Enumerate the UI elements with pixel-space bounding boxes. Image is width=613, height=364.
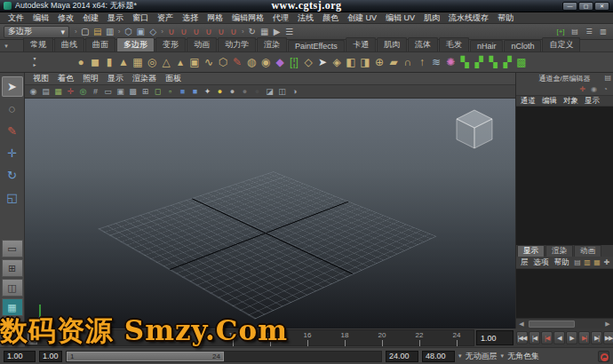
paint-effects-glow-icon[interactable]: ✺ — [443, 54, 458, 71]
play-backward-button[interactable]: ◀ — [553, 331, 565, 344]
append-polygon-icon[interactable]: ◇ — [301, 54, 315, 71]
layer-editor-tab[interactable]: 动画 — [574, 245, 601, 257]
shelf-tab[interactable]: 变形 — [155, 37, 186, 51]
shelf-tab[interactable]: PaintEffects — [288, 40, 345, 51]
shelf-options-icon[interactable]: ▾ — [33, 56, 36, 62]
menu-item[interactable]: 颜色 — [318, 12, 343, 24]
uv-layout-icon[interactable]: ▞ — [500, 54, 514, 71]
render-view-icon[interactable]: ▦ — [259, 25, 271, 38]
go-to-start-button[interactable]: |◀◀ — [516, 331, 528, 344]
layer-editor-menu-item[interactable]: 帮助 — [552, 257, 572, 268]
wireframe-mode-icon[interactable]: ■ — [177, 86, 188, 98]
current-time-field[interactable]: 1.00 — [476, 330, 513, 345]
chevron-down-icon[interactable]: ▾ — [501, 352, 505, 360]
step-back-key-button[interactable]: |◀ — [541, 331, 553, 344]
group-divider-icon[interactable]: › — [240, 28, 246, 36]
shelf-tab[interactable]: 多边形 — [116, 37, 155, 51]
poly-pipe-icon[interactable]: ▣ — [187, 54, 202, 71]
bookmark-icon[interactable]: ▦ — [52, 86, 64, 98]
menu-item[interactable]: 编辑 — [28, 12, 53, 24]
layer-editor-tab[interactable]: 显示 — [517, 245, 545, 257]
boolean-union-icon[interactable]: ⊕ — [372, 54, 386, 71]
menu-item[interactable]: 显示 — [103, 12, 128, 24]
make-live-icon[interactable]: ∪ — [227, 25, 240, 38]
channel-box-menu-item[interactable]: 编辑 — [539, 96, 560, 107]
select-cursor-icon[interactable]: ➤ — [315, 54, 330, 71]
construction-history-icon[interactable]: ↻ — [246, 25, 259, 38]
uv-editor-icon[interactable]: ▩ — [514, 54, 529, 71]
shelf-tab[interactable]: 肌肉 — [377, 37, 407, 51]
bevel-icon[interactable]: ▰ — [386, 54, 401, 71]
shelf-tab[interactable]: 自定义 — [542, 37, 580, 51]
layer-editor-menu-item[interactable]: 层 — [518, 257, 531, 268]
range-slider-track[interactable]: 1 24 — [66, 351, 382, 362]
shadows-icon[interactable]: ● — [239, 86, 251, 98]
film-gate-icon[interactable]: ▭ — [102, 86, 114, 98]
combine-icon[interactable]: ◈ — [330, 54, 344, 71]
render-settings-icon[interactable]: ☰ — [283, 25, 296, 38]
panel-menu-item[interactable]: 视图 — [28, 73, 53, 84]
layout-persp-outliner-button[interactable]: ◫ — [2, 279, 23, 297]
shelf-tab[interactable]: 毛发 — [439, 37, 469, 51]
camera-attributes-icon[interactable]: ▤ — [40, 86, 52, 98]
select-component-icon[interactable]: ◇ — [147, 25, 159, 38]
channel-box-menu-item[interactable]: 对象 — [561, 96, 581, 107]
step-forward-frame-button[interactable]: ▶| — [591, 331, 602, 344]
group-divider-icon[interactable]: › — [159, 28, 165, 36]
shelf-expand-icon[interactable]: ▸ — [33, 62, 36, 68]
minimize-button[interactable]: — — [562, 2, 577, 11]
panel-menu-item[interactable]: 照明 — [78, 73, 103, 84]
all-lights-icon[interactable]: ● — [227, 86, 238, 98]
safe-action-icon[interactable]: ◻ — [152, 86, 163, 98]
scrollbar-thumb[interactable] — [529, 320, 575, 328]
menu-item[interactable]: 代理 — [268, 12, 293, 24]
shelf-tab[interactable]: nCloth — [504, 40, 541, 51]
safe-title-icon[interactable]: ▫ — [164, 86, 176, 98]
menu-item[interactable]: 编辑 UV — [381, 12, 419, 24]
extrude-icon[interactable]: ↑ — [415, 54, 429, 71]
menu-item[interactable]: 选择 — [178, 12, 203, 24]
resolution-gate-icon[interactable]: ▣ — [115, 86, 126, 98]
layer-mode-icon[interactable]: ▤ — [573, 257, 582, 267]
panel-menu-item[interactable]: 显示 — [103, 73, 128, 84]
layer-list-empty-area[interactable] — [516, 268, 613, 318]
range-slider-thumb[interactable]: 1 24 — [67, 352, 224, 361]
poly-cone-icon[interactable]: ▲ — [116, 54, 131, 71]
menu-item[interactable]: 肌肉 — [419, 12, 444, 24]
layer-editor-scrollbar[interactable]: ◀ ▶ — [516, 318, 613, 328]
view-axis-icon[interactable]: ◎ — [77, 86, 89, 98]
poly-pyramid-icon[interactable]: ▴ — [173, 54, 187, 71]
manipulator-icon[interactable]: ✛ — [577, 84, 587, 94]
poly-soccer-ball-icon[interactable]: ⬡ — [216, 54, 230, 71]
toggle-modeling-toolkit-icon[interactable]: [+] — [554, 25, 567, 38]
layer-editor-menu-item[interactable]: 选项 — [531, 257, 552, 268]
scroll-right-icon[interactable]: ▶ — [602, 320, 613, 328]
toggle-attribute-editor-icon[interactable]: ▤ — [569, 25, 581, 38]
go-to-end-button[interactable]: ▶▶| — [603, 331, 613, 344]
poly-plane-icon[interactable]: ▦ — [131, 54, 145, 71]
extract-icon[interactable]: ◨ — [358, 54, 372, 71]
separate-icon[interactable]: ◧ — [344, 54, 358, 71]
poly-prism-icon[interactable]: △ — [159, 54, 173, 71]
group-divider-icon[interactable]: › — [73, 28, 79, 36]
new-scene-icon[interactable]: ▢ — [79, 25, 92, 38]
image-plane-icon[interactable]: ✛ — [65, 86, 76, 98]
hyperbolic-icon[interactable]: ◔ — [601, 84, 610, 94]
view-cube[interactable] — [453, 107, 496, 152]
shaded-mode-icon[interactable]: ■ — [189, 86, 201, 98]
default-lighting-icon[interactable]: ● — [214, 86, 226, 98]
lasso-select-tool[interactable]: ◌ — [2, 99, 23, 119]
new-layer-icon[interactable]: ✚ — [602, 257, 611, 267]
xray-icon[interactable]: ◫ — [276, 86, 288, 98]
poly-cube-icon[interactable]: ◼ — [88, 54, 102, 71]
menu-item[interactable]: 编辑网格 — [227, 12, 268, 24]
shelf-tab[interactable]: 动力学 — [218, 37, 256, 51]
grid-toggle-icon[interactable]: # — [90, 86, 101, 98]
shelf-tab[interactable]: 流体 — [408, 37, 438, 51]
select-camera-icon[interactable]: ◉ — [28, 86, 39, 98]
shelf-tab[interactable]: 曲线 — [54, 37, 84, 51]
menu-item[interactable]: 修改 — [53, 12, 78, 24]
field-chart-icon[interactable]: ⊞ — [139, 86, 151, 98]
snap-to-curve-icon[interactable]: ∪ — [178, 25, 190, 38]
scroll-left-icon[interactable]: ◀ — [516, 320, 527, 328]
